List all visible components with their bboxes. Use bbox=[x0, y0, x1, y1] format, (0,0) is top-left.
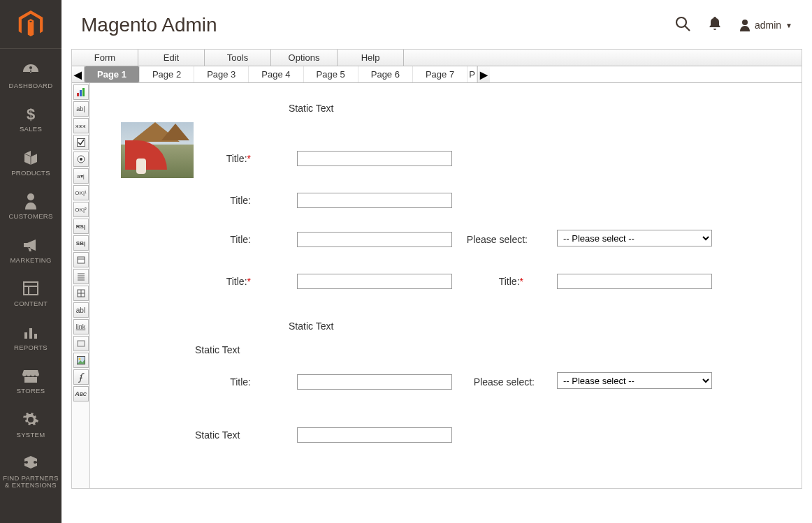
tool-button-ok2-icon[interactable]: OK|² bbox=[73, 202, 89, 217]
magento-logo-icon bbox=[18, 10, 43, 38]
tool-grid-icon[interactable] bbox=[73, 286, 89, 301]
nav-label: STORES bbox=[17, 388, 45, 395]
tool-textfield-icon[interactable]: ab| bbox=[73, 101, 89, 117]
nav-label: SYSTEM bbox=[17, 432, 45, 439]
user-menu[interactable]: admin ▼ bbox=[739, 19, 792, 31]
tabs-scroll-left[interactable]: ◀ bbox=[72, 66, 85, 82]
page-header: Magento Admin admin ▼ bbox=[61, 0, 812, 49]
input-title-1[interactable] bbox=[297, 151, 452, 166]
user-name: admin bbox=[755, 20, 781, 31]
label-please-select-1[interactable]: Please select: bbox=[458, 234, 528, 245]
tool-sb-icon[interactable]: SB| bbox=[73, 235, 89, 251]
nav-reports[interactable]: REPORTS bbox=[0, 316, 61, 360]
select-1[interactable]: -- Please select -- bbox=[557, 230, 712, 246]
nav-label: SALES bbox=[20, 126, 42, 133]
tab-page-2[interactable]: Page 2 bbox=[140, 66, 194, 82]
dashboard-icon bbox=[22, 61, 40, 80]
tab-page-5[interactable]: Page 5 bbox=[304, 66, 358, 82]
tool-signature-icon[interactable]: ʄ bbox=[73, 369, 89, 385]
label-please-select-2[interactable]: Please select: bbox=[465, 376, 535, 388]
tool-rectangle-icon[interactable] bbox=[73, 336, 89, 351]
tool-chart-icon[interactable] bbox=[73, 84, 89, 100]
tool-password-icon[interactable]: ⁎⁎⁎ bbox=[73, 118, 89, 133]
tool-link-icon[interactable]: link bbox=[73, 319, 89, 334]
tool-button-ok-icon[interactable]: OK|¹ bbox=[73, 185, 89, 200]
tab-page-3[interactable]: Page 3 bbox=[194, 66, 249, 82]
menu-form[interactable]: Form bbox=[72, 50, 138, 66]
tool-textarea-icon[interactable]: a▾| bbox=[73, 168, 89, 184]
input-title-3[interactable] bbox=[297, 232, 452, 247]
magento-logo[interactable] bbox=[0, 0, 61, 49]
nav-dashboard[interactable]: DASHBOARD bbox=[0, 54, 61, 98]
svg-point-28 bbox=[78, 358, 80, 360]
label-title-4[interactable]: Title:* bbox=[209, 276, 251, 287]
canvas[interactable]: Static Text Title:* Title: Title: Please… bbox=[90, 83, 802, 488]
tab-page-partial[interactable]: P bbox=[467, 66, 477, 82]
notifications-icon[interactable] bbox=[709, 17, 721, 34]
svg-rect-5 bbox=[24, 332, 27, 339]
tool-radio-icon[interactable] bbox=[73, 152, 89, 167]
svg-rect-17 bbox=[78, 257, 85, 263]
input-title-4[interactable] bbox=[297, 274, 452, 289]
input-static-text[interactable] bbox=[297, 427, 452, 443]
svg-rect-11 bbox=[77, 93, 79, 96]
nav-label: PRODUCTS bbox=[11, 170, 50, 177]
tool-calendar-icon[interactable] bbox=[73, 252, 89, 267]
main-area: Magento Admin admin ▼ Form Edit Tools Op… bbox=[61, 0, 812, 523]
select-2[interactable]: -- Please select -- bbox=[557, 372, 712, 389]
svg-line-9 bbox=[685, 26, 690, 31]
svg-rect-6 bbox=[29, 328, 32, 339]
menu-help[interactable]: Help bbox=[338, 50, 404, 66]
nav-partners[interactable]: FIND PARTNERS & EXTENSIONS bbox=[0, 447, 61, 498]
nav-label: FIND PARTNERS & EXTENSIONS bbox=[3, 475, 59, 489]
tool-checkbox-icon[interactable] bbox=[73, 135, 89, 150]
static-text-2[interactable]: Static Text bbox=[289, 321, 333, 332]
tool-rs-icon[interactable]: RS| bbox=[73, 219, 89, 234]
image-element[interactable] bbox=[121, 122, 194, 178]
search-icon[interactable] bbox=[675, 16, 690, 35]
canvas-scroll[interactable]: Static Text Title:* Title: Title: Please… bbox=[90, 83, 802, 488]
tool-captcha-icon[interactable]: ABC bbox=[73, 386, 89, 402]
caret-down-icon: ▼ bbox=[785, 22, 792, 29]
nav-products[interactable]: PRODUCTS bbox=[0, 142, 61, 185]
sidebar-nav: DASHBOARD $ SALES PRODUCTS CUSTOMERS MAR… bbox=[0, 49, 61, 498]
static-text-4[interactable]: Static Text bbox=[195, 429, 240, 441]
static-text-1[interactable]: Static Text bbox=[289, 103, 333, 114]
label-title-5[interactable]: Title:* bbox=[481, 276, 523, 287]
gear-icon bbox=[23, 411, 38, 429]
tab-page-4[interactable]: Page 4 bbox=[249, 66, 303, 82]
label-title-1[interactable]: Title:* bbox=[209, 153, 251, 164]
tab-page-1[interactable]: Page 1 bbox=[85, 66, 140, 82]
input-title-5[interactable] bbox=[557, 274, 712, 289]
page-title: Magento Admin bbox=[81, 14, 217, 36]
form-builder-tabs: ◀ Page 1 Page 2 Page 3 Page 4 Page 5 Pag… bbox=[72, 66, 802, 83]
static-text-3[interactable]: Static Text bbox=[195, 344, 240, 355]
svg-point-8 bbox=[676, 17, 686, 27]
nav-customers[interactable]: CUSTOMERS bbox=[0, 185, 61, 228]
nav-label: DASHBOARD bbox=[9, 82, 53, 89]
form-builder-menubar: Form Edit Tools Options Help bbox=[72, 50, 802, 66]
tabs-scroll-right[interactable]: ▶ bbox=[477, 66, 490, 82]
label-title-3[interactable]: Title: bbox=[209, 234, 251, 245]
nav-system[interactable]: SYSTEM bbox=[0, 404, 61, 447]
tab-page-7[interactable]: Page 7 bbox=[413, 66, 467, 82]
tab-page-6[interactable]: Page 6 bbox=[358, 66, 413, 82]
toolbox: ab| ⁎⁎⁎ a▾| OK|¹ OK|² RS| SB| abl link ʄ… bbox=[72, 83, 90, 488]
nav-stores[interactable]: STORES bbox=[0, 360, 61, 403]
label-title-6[interactable]: Title: bbox=[209, 376, 251, 388]
svg-rect-26 bbox=[78, 341, 85, 346]
nav-content[interactable]: CONTENT bbox=[0, 272, 61, 316]
menu-tools[interactable]: Tools bbox=[205, 50, 271, 66]
admin-sidebar: DASHBOARD $ SALES PRODUCTS CUSTOMERS MAR… bbox=[0, 0, 61, 523]
tool-image-icon[interactable] bbox=[73, 353, 89, 368]
input-title-2[interactable] bbox=[297, 193, 452, 208]
menu-edit[interactable]: Edit bbox=[138, 50, 205, 66]
input-title-6[interactable] bbox=[297, 374, 452, 390]
menu-options[interactable]: Options bbox=[271, 50, 338, 66]
tool-list-icon[interactable] bbox=[73, 269, 89, 284]
nav-sales[interactable]: $ SALES bbox=[0, 98, 61, 141]
form-builder-body: ab| ⁎⁎⁎ a▾| OK|¹ OK|² RS| SB| abl link ʄ… bbox=[72, 83, 802, 488]
tool-label-icon[interactable]: abl bbox=[73, 302, 89, 318]
nav-marketing[interactable]: MARKETING bbox=[0, 229, 61, 272]
label-title-2[interactable]: Title: bbox=[209, 195, 251, 206]
